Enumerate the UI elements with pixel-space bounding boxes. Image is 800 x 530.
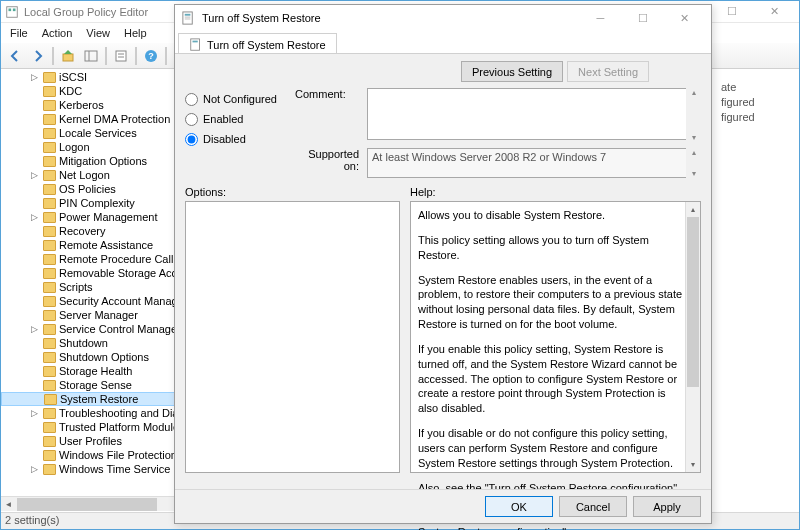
apply-button[interactable]: Apply bbox=[633, 496, 701, 517]
toolbar-separator bbox=[105, 47, 107, 65]
tree-item[interactable]: Windows File Protection bbox=[1, 448, 188, 462]
expand-icon[interactable]: ▷ bbox=[29, 212, 39, 222]
ok-button[interactable]: OK bbox=[485, 496, 553, 517]
tab-label: Turn off System Restore bbox=[207, 39, 326, 51]
tree-item-label: Locale Services bbox=[59, 127, 137, 139]
radio-not-configured-input[interactable] bbox=[185, 93, 198, 106]
options-label: Options: bbox=[185, 186, 226, 198]
cancel-button[interactable]: Cancel bbox=[559, 496, 627, 517]
radio-disabled-input[interactable] bbox=[185, 133, 198, 146]
folder-icon bbox=[43, 114, 56, 125]
main-close-button[interactable]: ✕ bbox=[753, 2, 795, 22]
tree-h-scrollbar[interactable]: ◄ ► bbox=[1, 496, 188, 511]
tree-item-label: KDC bbox=[59, 85, 82, 97]
tree-item[interactable]: ▷Troubleshooting and Diagnostics bbox=[1, 406, 188, 420]
tree-item[interactable]: ▷Service Control Manager Settings bbox=[1, 322, 188, 336]
dialog-titlebar[interactable]: Turn off System Restore ─ ☐ ✕ bbox=[175, 5, 711, 31]
dialog-minimize-button[interactable]: ─ bbox=[579, 6, 621, 30]
radio-enabled[interactable]: Enabled bbox=[185, 109, 285, 129]
radio-enabled-input[interactable] bbox=[185, 113, 198, 126]
tree-item-label: Remote Assistance bbox=[59, 239, 153, 251]
folder-icon bbox=[43, 100, 56, 111]
tree-item[interactable]: Removable Storage Access bbox=[1, 266, 188, 280]
supported-scrollbar[interactable]: ▴▾ bbox=[686, 148, 701, 178]
tree-item[interactable]: Remote Procedure Call bbox=[1, 252, 188, 266]
svg-rect-1 bbox=[9, 8, 12, 11]
forward-button[interactable] bbox=[27, 45, 49, 67]
scroll-thumb[interactable] bbox=[687, 217, 699, 387]
menu-help[interactable]: Help bbox=[117, 25, 154, 41]
folder-icon bbox=[43, 184, 56, 195]
tree-item[interactable]: Security Account Manager bbox=[1, 294, 188, 308]
svg-rect-2 bbox=[13, 8, 16, 11]
help-paragraph: Allows you to disable System Restore. bbox=[418, 208, 684, 223]
main-maximize-button[interactable]: ☐ bbox=[711, 2, 753, 22]
expand-icon[interactable]: ▷ bbox=[29, 408, 39, 418]
expand-icon[interactable]: ▷ bbox=[29, 464, 39, 474]
show-hide-tree-button[interactable] bbox=[80, 45, 102, 67]
tree-item[interactable]: Shutdown bbox=[1, 336, 188, 350]
svg-rect-14 bbox=[185, 18, 191, 19]
comment-textarea[interactable] bbox=[367, 88, 701, 140]
scroll-left-arrow[interactable]: ◄ bbox=[1, 497, 16, 511]
folder-icon bbox=[43, 338, 56, 349]
help-label: Help: bbox=[410, 186, 436, 198]
comment-scrollbar[interactable]: ▴▾ bbox=[686, 88, 701, 142]
tree-item-label: OS Policies bbox=[59, 183, 116, 195]
expand-icon[interactable]: ▷ bbox=[29, 170, 39, 180]
supported-on-box: At least Windows Server 2008 R2 or Windo… bbox=[367, 148, 701, 178]
dialog-tab[interactable]: Turn off System Restore bbox=[178, 33, 337, 53]
tree-item[interactable]: Trusted Platform Module Services bbox=[1, 420, 188, 434]
expand-icon[interactable]: ▷ bbox=[29, 324, 39, 334]
tree-item[interactable]: Recovery bbox=[1, 224, 188, 238]
help-scrollbar[interactable]: ▴ ▾ bbox=[685, 202, 700, 472]
tree-item[interactable]: System Restore bbox=[1, 392, 188, 406]
radio-disabled[interactable]: Disabled bbox=[185, 129, 285, 149]
tree-item[interactable]: Shutdown Options bbox=[1, 350, 188, 364]
next-setting-button: Next Setting bbox=[567, 61, 649, 82]
scroll-down-arrow[interactable]: ▾ bbox=[686, 457, 700, 472]
tree-item-label: Troubleshooting and Diagnostics bbox=[59, 407, 189, 419]
menu-action[interactable]: Action bbox=[35, 25, 80, 41]
tree-item-label: Trusted Platform Module Services bbox=[59, 421, 189, 433]
tree-item[interactable]: User Profiles bbox=[1, 434, 188, 448]
tree-item[interactable]: KDC bbox=[1, 84, 188, 98]
expand-icon[interactable]: ▷ bbox=[29, 72, 39, 82]
tree-item[interactable]: ▷Net Logon bbox=[1, 168, 188, 182]
tree-item[interactable]: Storage Sense bbox=[1, 378, 188, 392]
tree-panel[interactable]: ▷iSCSIKDCKerberosKernel DMA ProtectionLo… bbox=[1, 69, 189, 511]
tree-item[interactable]: Kerberos bbox=[1, 98, 188, 112]
folder-icon bbox=[43, 464, 56, 475]
tree-item[interactable]: Server Manager bbox=[1, 308, 188, 322]
scroll-thumb[interactable] bbox=[17, 498, 157, 511]
tree-item[interactable]: ▷iSCSI bbox=[1, 70, 188, 84]
tree-item-label: iSCSI bbox=[59, 71, 87, 83]
radio-not-configured[interactable]: Not Configured bbox=[185, 89, 285, 109]
folder-icon bbox=[43, 352, 56, 363]
previous-setting-button[interactable]: Previous Setting bbox=[461, 61, 563, 82]
tree-item[interactable]: Logon bbox=[1, 140, 188, 154]
scroll-up-arrow[interactable]: ▴ bbox=[686, 202, 700, 217]
tree-item[interactable]: OS Policies bbox=[1, 182, 188, 196]
back-button[interactable] bbox=[4, 45, 26, 67]
tree-item[interactable]: Locale Services bbox=[1, 126, 188, 140]
help-button[interactable]: ? bbox=[140, 45, 162, 67]
tree-item-label: Kernel DMA Protection bbox=[59, 113, 170, 125]
tree-item[interactable]: Kernel DMA Protection bbox=[1, 112, 188, 126]
tree-item[interactable]: ▷Windows Time Service bbox=[1, 462, 188, 476]
tree-item[interactable]: Mitigation Options bbox=[1, 154, 188, 168]
tree-item[interactable]: ▷Power Management bbox=[1, 210, 188, 224]
tree-item-label: Kerberos bbox=[59, 99, 104, 111]
tree-item[interactable]: Scripts bbox=[1, 280, 188, 294]
tree-item[interactable]: PIN Complexity bbox=[1, 196, 188, 210]
menu-file[interactable]: File bbox=[3, 25, 35, 41]
tree-item[interactable]: Storage Health bbox=[1, 364, 188, 378]
up-button[interactable] bbox=[57, 45, 79, 67]
dialog-close-button[interactable]: ✕ bbox=[663, 6, 705, 30]
folder-icon bbox=[43, 86, 56, 97]
properties-button[interactable] bbox=[110, 45, 132, 67]
tree-item[interactable]: Remote Assistance bbox=[1, 238, 188, 252]
dialog-maximize-button[interactable]: ☐ bbox=[621, 6, 663, 30]
menu-view[interactable]: View bbox=[79, 25, 117, 41]
svg-rect-4 bbox=[85, 51, 97, 61]
